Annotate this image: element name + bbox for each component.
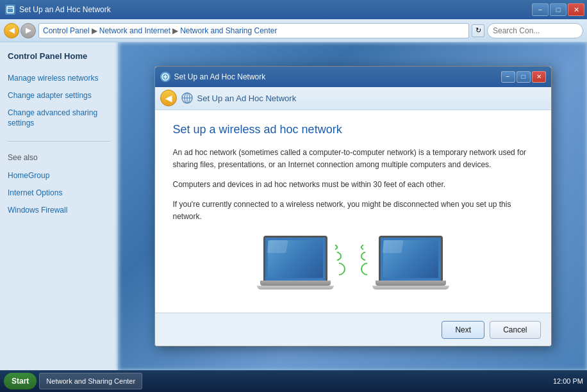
laptop-2	[372, 236, 449, 290]
dialog-nav: ◀ Set Up an Ad Hoc Network	[155, 87, 551, 110]
title-bar-controls: − □ ✕	[532, 3, 584, 16]
network-icon	[181, 92, 194, 104]
laptop-1-base2	[257, 286, 334, 290]
title-bar: Set Up an Ad Hoc Network − □ ✕	[0, 0, 587, 19]
main-area: Control Panel Home Manage wireless netwo…	[0, 42, 587, 370]
dialog-title-text: Set Up an Ad Hoc Network	[174, 72, 266, 81]
dialog-footer: Next Cancel	[155, 313, 551, 346]
dialog-close-button[interactable]: ✕	[532, 71, 546, 83]
address-path: Control Panel ▶ Network and Internet ▶ N…	[38, 23, 469, 38]
laptop-1-body	[257, 236, 334, 290]
back-button[interactable]: ◀	[4, 23, 19, 38]
sidebar: Control Panel Home Manage wireless netwo…	[0, 42, 119, 370]
window-title: Set Up an Ad Hoc Network	[19, 5, 111, 14]
address-bar: ◀ ▶ Control Panel ▶ Network and Internet…	[0, 19, 587, 42]
dialog-content: Set up a wireless ad hoc network An ad h…	[155, 110, 551, 313]
forward-button[interactable]: ▶	[21, 23, 36, 38]
wifi-arc-left-3	[358, 260, 376, 278]
path-sharing-center[interactable]: Network and Sharing Center	[180, 26, 277, 35]
title-bar-left: Set Up an Ad Hoc Network	[5, 4, 111, 15]
wifi-arc-left-1	[360, 244, 367, 251]
taskbar-items: Network and Sharing Center	[39, 373, 550, 389]
minimize-button[interactable]: −	[532, 3, 549, 16]
svg-rect-0	[7, 6, 13, 13]
separator-1: ▶	[92, 26, 97, 35]
control-panel-home-link[interactable]: Control Panel Home	[5, 50, 113, 62]
wifi-arc-3	[329, 260, 347, 278]
dialog-paragraph-2: Computers and devices in ad hoc networks…	[173, 179, 533, 191]
cancel-button[interactable]: Cancel	[490, 321, 540, 339]
dialog: Set Up an Ad Hoc Network − □ ✕ ◀	[154, 66, 552, 347]
laptop-illustration-area	[173, 236, 533, 290]
window-icon	[5, 4, 15, 15]
start-button[interactable]: Start	[4, 373, 37, 389]
search-input[interactable]	[487, 23, 583, 38]
taskbar-right: 12:00 PM	[553, 377, 583, 385]
sidebar-divider	[8, 141, 110, 142]
dialog-icon	[160, 72, 170, 82]
maximize-button[interactable]: □	[550, 3, 566, 16]
path-network-internet[interactable]: Network and Internet	[99, 26, 170, 35]
laptop-1-screen	[263, 236, 327, 281]
dialog-minimize-button[interactable]: −	[501, 71, 515, 83]
dialog-paragraph-1: An ad hoc network (sometimes called a co…	[173, 147, 533, 171]
taskbar: Start Network and Sharing Center 12:00 P…	[0, 370, 587, 392]
laptop-1-base	[260, 281, 331, 286]
dialog-heading: Set up a wireless ad hoc network	[173, 123, 533, 136]
path-control-panel[interactable]: Control Panel	[43, 26, 90, 35]
sidebar-link-internet-options[interactable]: Internet Options	[5, 186, 113, 200]
dialog-nav-title: Set Up an Ad Hoc Network	[197, 94, 297, 103]
sidebar-link-homegroup[interactable]: HomeGroup	[5, 168, 113, 183]
dialog-paragraph-3: If you're currently connected to a wirel…	[173, 199, 533, 223]
wifi-arc-1	[331, 244, 338, 251]
sidebar-link-advanced[interactable]: Change advanced sharing settings	[5, 106, 113, 131]
laptop-1	[257, 236, 334, 290]
wifi-arc-2	[331, 250, 343, 263]
content-overlay: Set Up an Ad Hoc Network − □ ✕ ◀	[119, 42, 587, 370]
laptop-2-body	[372, 236, 449, 290]
separator-2: ▶	[172, 26, 178, 35]
wifi-arc-left-2	[359, 250, 372, 263]
refresh-button[interactable]: ↻	[472, 24, 484, 37]
sidebar-link-windows-firewall[interactable]: Windows Firewall	[5, 203, 113, 218]
dialog-back-button[interactable]: ◀	[160, 90, 177, 106]
dialog-title-bar: Set Up an Ad Hoc Network − □ ✕	[155, 67, 551, 87]
laptop-2-base	[376, 281, 446, 286]
taskbar-active-item[interactable]: Network and Sharing Center	[39, 373, 142, 389]
see-also-label: See also	[5, 152, 113, 163]
system-clock: 12:00 PM	[553, 377, 583, 385]
sidebar-link-adapter[interactable]: Change adapter settings	[5, 88, 113, 103]
wifi-arcs-right	[333, 245, 345, 275]
wifi-arcs-left	[361, 245, 374, 275]
laptop-2-screen	[379, 236, 443, 281]
dialog-maximize-button[interactable]: □	[517, 71, 531, 83]
sidebar-link-wireless[interactable]: Manage wireless networks	[5, 71, 113, 86]
dialog-controls: − □ ✕	[501, 71, 546, 83]
close-button[interactable]: ✕	[568, 3, 584, 16]
dialog-title-left: Set Up an Ad Hoc Network	[160, 72, 266, 82]
laptop-2-base2	[372, 286, 449, 290]
content-area: Set Up an Ad Hoc Network − □ ✕ ◀	[119, 42, 587, 370]
next-button[interactable]: Next	[442, 321, 484, 339]
nav-buttons: ◀ ▶	[4, 23, 36, 38]
